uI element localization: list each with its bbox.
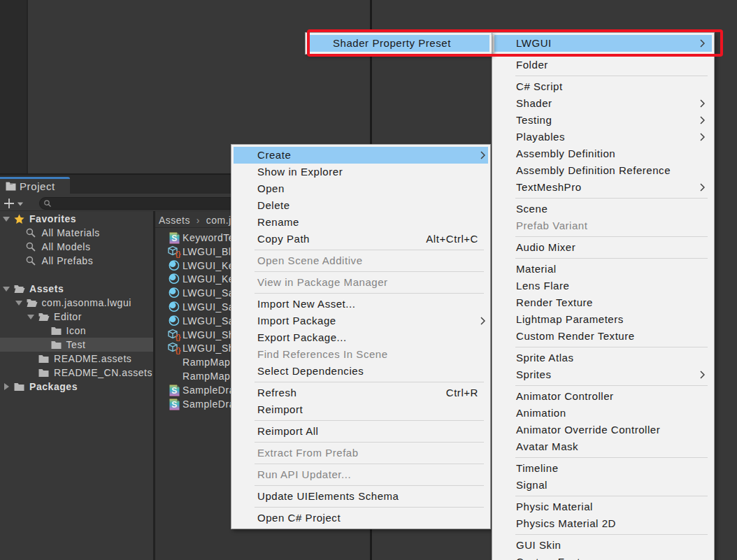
svg-text:S: S (171, 400, 177, 410)
svg-text:S: S (171, 234, 177, 243)
svg-text:{}: {} (175, 346, 180, 354)
svg-text:{}: {} (175, 333, 180, 341)
svg-text:S: S (171, 386, 177, 396)
svg-text:{}: {} (175, 250, 180, 258)
